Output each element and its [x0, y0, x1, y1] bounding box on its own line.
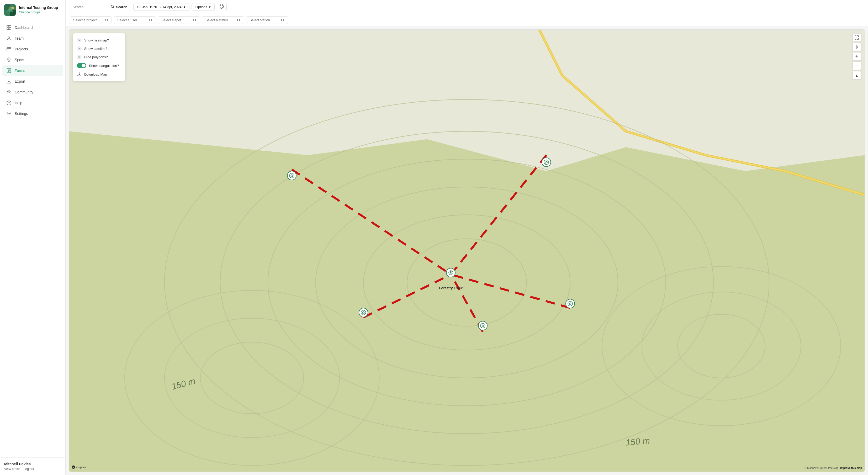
heatmap-close-btn[interactable]: ✕: [77, 38, 82, 42]
date-range-button[interactable]: 01 Jan, 1970 → 14 Apr, 2024 ▾: [133, 3, 189, 11]
sidebar-item-export[interactable]: Export: [2, 76, 63, 87]
status-filter[interactable]: Select a status ⬆⬇: [202, 16, 244, 24]
triangulation-toggle[interactable]: [77, 63, 86, 68]
sidebar-org-info: Internal Testing Group Change groups: [19, 5, 58, 14]
options-button[interactable]: Options ▾: [191, 3, 215, 11]
zoom-in-button[interactable]: +: [852, 52, 861, 61]
chevron-down-icon: ⬆⬇: [280, 19, 285, 22]
spots-icon: [6, 57, 11, 62]
station-filter[interactable]: Select station... ⬆⬇: [246, 16, 288, 24]
satellite-close-btn[interactable]: ✕: [77, 46, 82, 51]
sidebar-footer: Mitchell Davies View profile Log out: [0, 457, 65, 475]
chevron-down-icon: ▾: [209, 5, 211, 9]
svg-point-48: [480, 323, 485, 328]
map-marker-m4[interactable]: [478, 321, 488, 330]
svg-point-49: [482, 325, 483, 325]
map-marker-m1[interactable]: [287, 171, 297, 180]
sidebar-item-community[interactable]: Community: [2, 87, 63, 97]
sidebar-item-label: Export: [15, 79, 25, 84]
overlay-download[interactable]: Download Map: [73, 70, 125, 79]
sidebar-header: Internal Testing Group Change groups: [0, 0, 65, 20]
svg-rect-11: [7, 48, 11, 51]
locate-button[interactable]: [852, 43, 861, 51]
svg-line-40: [451, 274, 570, 308]
svg-point-24: [268, 159, 666, 406]
improve-map-link[interactable]: Improve this map: [840, 467, 862, 470]
overlay-triangulation[interactable]: Show triangulation?: [73, 61, 125, 70]
sidebar-item-label: Help: [15, 101, 22, 105]
date-range-label: 01 Jan, 1970 → 14 Apr, 2024: [137, 5, 181, 9]
settings-icon: [6, 111, 11, 116]
svg-point-42: [289, 173, 294, 178]
svg-point-5: [11, 6, 14, 9]
filter-row: Select a project ⬆⬇ Select a user ⬆⬇ Sel…: [66, 14, 868, 26]
svg-point-30: [200, 342, 304, 414]
svg-point-12: [9, 59, 9, 60]
polygons-close-btn[interactable]: ✕: [77, 55, 82, 59]
sidebar-item-dashboard[interactable]: Dashboard: [2, 22, 63, 33]
forms-icon: [6, 68, 11, 73]
search-wrapper: Search: [70, 3, 131, 11]
svg-point-33: [678, 315, 765, 378]
sidebar: Internal Testing Group Change groups Das…: [0, 0, 66, 475]
svg-point-46: [361, 310, 366, 315]
dashboard-icon: [6, 25, 11, 30]
map-marker-m5[interactable]: [565, 299, 575, 308]
help-icon: [6, 100, 11, 106]
mapbox-text: mapbox: [76, 466, 86, 469]
chevron-down-icon: ▾: [184, 5, 186, 9]
refresh-button[interactable]: [217, 3, 227, 11]
map-area[interactable]: 150 m 150 m: [69, 29, 865, 472]
search-button[interactable]: Search: [107, 3, 131, 11]
svg-point-22: [164, 99, 769, 466]
svg-point-28: [125, 291, 379, 466]
sidebar-item-label: Spots: [15, 58, 24, 62]
svg-point-25: [316, 187, 618, 378]
sidebar-item-help[interactable]: Help: [2, 98, 63, 108]
north-button[interactable]: ▲: [852, 71, 861, 80]
forestry-track-label: Forestry Track: [439, 286, 463, 290]
overlay-satellite[interactable]: ✕ Show satellite?: [73, 44, 125, 53]
project-filter[interactable]: Select a project ⬆⬇: [70, 16, 112, 24]
zoom-out-button[interactable]: −: [852, 62, 861, 70]
sidebar-item-label: Forms: [15, 68, 25, 73]
sidebar-item-label: Community: [15, 90, 33, 94]
svg-marker-21: [69, 30, 865, 171]
overlay-satellite-label: Show satellite?: [84, 47, 107, 51]
svg-rect-9: [9, 28, 11, 30]
sidebar-item-settings[interactable]: Settings: [2, 109, 63, 119]
sidebar-item-spots[interactable]: Spots: [2, 55, 63, 65]
sidebar-item-label: Projects: [15, 47, 28, 51]
overlay-heatmap[interactable]: ✕ Show heatmap?: [73, 36, 125, 44]
overlay-polygons[interactable]: ✕ Hide polygons?: [73, 53, 125, 61]
user-filter[interactable]: Select a user ⬆⬇: [114, 16, 156, 24]
map-marker-m3[interactable]: [359, 308, 368, 317]
svg-line-39: [451, 274, 483, 332]
map-marker-m2[interactable]: [541, 157, 551, 167]
sidebar-item-team[interactable]: Team: [2, 33, 63, 43]
sidebar-item-projects[interactable]: Projects: [2, 44, 63, 54]
attribution-text: © Mapbox © OpenStreetMap: [805, 467, 838, 470]
search-input[interactable]: [70, 3, 107, 10]
log-out-link[interactable]: Log out: [24, 467, 34, 471]
sidebar-item-label: Team: [15, 36, 24, 40]
change-groups-link[interactable]: Change groups: [19, 10, 40, 14]
overlay-triangulation-label: Show triangulation?: [89, 64, 119, 68]
view-profile-link[interactable]: View profile: [4, 467, 21, 471]
station-filter-label: Select station...: [250, 18, 273, 22]
team-icon: [6, 36, 11, 41]
svg-line-37: [451, 155, 546, 274]
map-center-marker[interactable]: [446, 268, 456, 277]
map-attribution: © Mapbox © OpenStreetMap Improve this ma…: [805, 467, 862, 470]
chevron-down-icon: ⬆⬇: [237, 19, 241, 22]
options-label: Options: [195, 5, 207, 9]
svg-point-51: [570, 303, 571, 303]
toolbar: Search 01 Jan, 1970 → 14 Apr, 2024 ▾ Opt…: [66, 0, 868, 14]
svg-point-10: [8, 37, 10, 38]
svg-point-18: [8, 113, 10, 114]
spot-filter[interactable]: Select a spot ⬆⬇: [158, 16, 200, 24]
search-button-label: Search: [116, 5, 127, 9]
fullscreen-button[interactable]: [852, 33, 861, 42]
download-icon: [77, 72, 82, 77]
sidebar-item-forms[interactable]: Forms: [2, 65, 63, 76]
